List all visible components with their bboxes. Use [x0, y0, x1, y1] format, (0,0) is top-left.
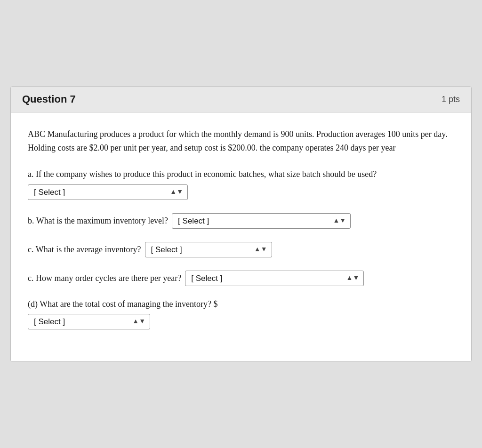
pts-label: 1 pts — [442, 95, 460, 104]
select-d[interactable]: [ Select ] — [28, 314, 150, 329]
card-body: ABC Manufacturing produces a product for… — [11, 112, 471, 361]
select-wrapper-d: [ Select ] ▲▼ — [28, 314, 150, 329]
sub-question-a-text: a. If the company wishes to produce this… — [28, 168, 377, 181]
sub-question-c2-text: c. How many order cycles are there per y… — [28, 272, 181, 285]
sub-question-b-text: b. What is the maximum inventory level? — [28, 215, 168, 227]
select-b[interactable]: [ Select ] — [172, 213, 351, 229]
sub-question-a: a. If the company wishes to produce this… — [28, 168, 454, 200]
sub-question-c-text: c. What is the average inventory? — [28, 243, 141, 256]
sub-question-a-row: a. If the company wishes to produce this… — [28, 168, 454, 200]
sub-question-b-row: b. What is the maximum inventory level? … — [28, 213, 454, 229]
sub-question-c2: c. How many order cycles are there per y… — [28, 271, 454, 286]
select-wrapper-c2: [ Select ] ▲▼ — [185, 271, 364, 286]
select-wrapper-a: [ Select ] ▲▼ — [28, 184, 188, 200]
sub-question-c: c. What is the average inventory? [ Sele… — [28, 242, 454, 257]
select-wrapper-b: [ Select ] ▲▼ — [172, 213, 351, 229]
sub-question-c2-row: c. How many order cycles are there per y… — [28, 271, 454, 286]
sub-question-b: b. What is the maximum inventory level? … — [28, 213, 454, 229]
question-text: ABC Manufacturing produces a product for… — [28, 128, 454, 155]
sub-question-d-text: (d) What are the total cost of managing … — [28, 299, 454, 309]
select-c2[interactable]: [ Select ] — [185, 271, 364, 286]
select-wrapper-c: [ Select ] ▲▼ — [145, 242, 272, 257]
select-a[interactable]: [ Select ] — [28, 184, 188, 200]
sub-question-c-row: c. What is the average inventory? [ Sele… — [28, 242, 454, 257]
question-title: Question 7 — [22, 93, 76, 105]
card-header: Question 7 1 pts — [11, 87, 471, 112]
sub-question-d: (d) What are the total cost of managing … — [28, 299, 454, 329]
select-c[interactable]: [ Select ] — [145, 242, 272, 257]
question-card: Question 7 1 pts ABC Manufacturing produ… — [10, 86, 472, 362]
